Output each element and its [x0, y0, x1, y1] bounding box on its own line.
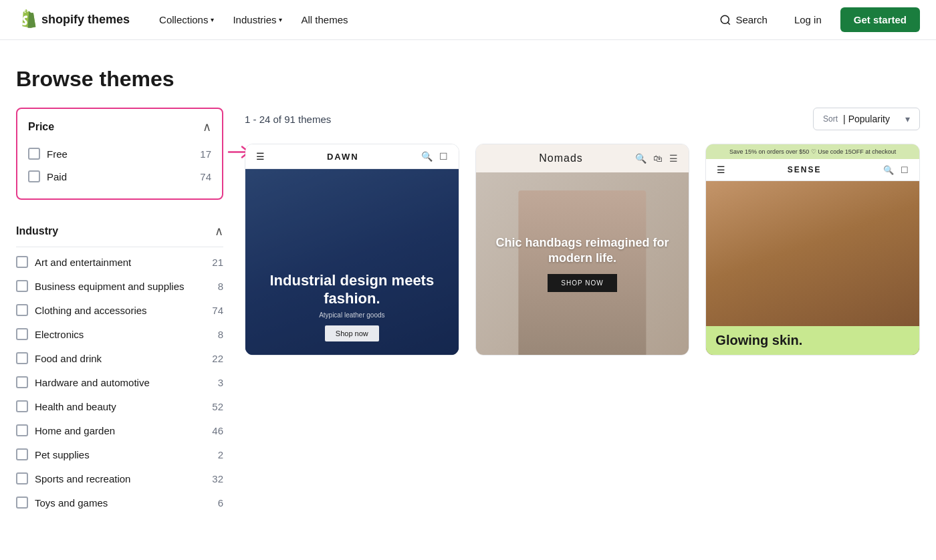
price-paid-label: Paid	[47, 171, 67, 182]
industry-checkbox[interactable]	[16, 424, 28, 436]
industry-label: Toys and games	[35, 497, 108, 509]
industries-nav-item[interactable]: Industries ▾	[225, 9, 290, 31]
price-filter-options: Free 17 Paid 74	[28, 142, 211, 188]
industry-checkbox[interactable]	[16, 328, 28, 340]
industry-filter-header: Industry ∧	[16, 216, 223, 247]
dawn-hero-cta[interactable]: Shop now	[325, 325, 379, 341]
sense-hero: Glowing skin.	[706, 181, 919, 355]
industry-count: 32	[212, 473, 223, 484]
industry-count: 2	[218, 449, 223, 460]
industry-checkbox[interactable]	[16, 256, 28, 268]
industry-checkbox[interactable]	[16, 304, 28, 316]
svg-point-0	[721, 15, 729, 23]
price-free-count: 17	[200, 148, 211, 160]
sort-value: Popularity	[848, 114, 903, 124]
sense-preview: Save 15% on orders over $50 ♡ Use code 1…	[706, 144, 919, 355]
sense-cart-icon: ☐	[901, 165, 909, 175]
industry-option-hardware-and-automotive[interactable]: Hardware and automotive 3	[16, 370, 223, 394]
industry-checkbox[interactable]	[16, 472, 28, 484]
price-filter-toggle[interactable]: ∧	[203, 120, 211, 134]
industry-option-sports-and-recreation[interactable]: Sports and recreation 32	[16, 466, 223, 491]
industry-filter-toggle[interactable]: ∧	[215, 224, 223, 239]
industry-option-art-and-entertainment[interactable]: Art and entertainment 21	[16, 250, 223, 274]
industry-label: Sports and recreation	[35, 473, 130, 484]
dawn-nav-menu-icon: ☰	[256, 151, 265, 162]
main-layout: Price ∧ Free 17 Paid 74	[0, 108, 936, 515]
industry-option-home-and-garden[interactable]: Home and garden 46	[16, 418, 223, 442]
industry-checkbox[interactable]	[16, 448, 28, 460]
industry-count: 74	[212, 305, 223, 316]
industry-option-clothing-and-accessories[interactable]: Clothing and accessories 74	[16, 298, 223, 322]
sort-divider: |	[843, 114, 846, 124]
price-free-label: Free	[47, 148, 68, 160]
debut-hero: Chic handbags reimagined for modern life…	[476, 172, 689, 355]
price-filter-section: Price ∧ Free 17 Paid 74	[16, 108, 223, 200]
search-button[interactable]: Search	[711, 9, 776, 31]
dawn-hero: Industrial design meets fashion. Atypica…	[245, 169, 459, 355]
industry-checkbox[interactable]	[16, 376, 28, 388]
theme-grid: ☰ DAWN 🔍 ☐ Industrial design meets fashi…	[245, 144, 920, 356]
industry-label: Food and drink	[35, 353, 102, 364]
sense-hero-overlay: Glowing skin.	[706, 326, 919, 355]
sense-theme-info: Sense Free Made for quick setup, visual …	[706, 355, 919, 356]
debut-preview: Nomads 🔍 🛍 ☰ Chic handbags reimagined fo…	[476, 144, 689, 355]
dawn-hero-content: Industrial design meets fashion. Atypica…	[245, 272, 459, 341]
sense-search-icon: 🔍	[883, 165, 894, 175]
sense-nav-logo: SENSE	[788, 165, 822, 174]
industry-label: Electronics	[35, 329, 84, 340]
industry-option-pet-supplies[interactable]: Pet supplies 2	[16, 442, 223, 466]
price-filter-free[interactable]: Free 17	[28, 142, 211, 165]
debut-hero-cta[interactable]: SHOP NOW	[548, 274, 616, 292]
dawn-theme-info: Dawn Free Made for quick setup, visual s…	[245, 355, 459, 356]
all-themes-nav-item[interactable]: All themes	[293, 9, 356, 31]
industry-filter-title: Industry	[16, 225, 58, 237]
price-paid-checkbox[interactable]	[28, 170, 40, 182]
dawn-hero-subtitle: Atypical leather goods	[245, 311, 459, 319]
sense-nav-menu-icon: ☰	[717, 164, 725, 175]
theme-card-dawn: ☰ DAWN 🔍 ☐ Industrial design meets fashi…	[245, 144, 459, 356]
price-filter-paid[interactable]: Paid 74	[28, 165, 211, 188]
sense-topbar: Save 15% on orders over $50 ♡ Use code 1…	[706, 144, 919, 159]
industry-option-food-and-drink[interactable]: Food and drink 22	[16, 346, 223, 370]
sense-glowing-text: Glowing skin.	[715, 333, 802, 347]
industry-count: 3	[218, 377, 223, 388]
industry-checkbox[interactable]	[16, 497, 28, 509]
industry-options-list: Art and entertainment 21 Business equipm…	[16, 250, 223, 515]
industry-checkbox[interactable]	[16, 352, 28, 364]
sort-chevron-icon: ▾	[905, 114, 910, 124]
logo-text: shopify themes	[41, 13, 130, 27]
industry-checkbox[interactable]	[16, 400, 28, 412]
price-free-checkbox[interactable]	[28, 148, 40, 160]
price-filter-header: Price ∧	[28, 120, 211, 134]
get-started-button[interactable]: Get started	[840, 7, 920, 32]
debut-search-icon: 🔍	[635, 153, 647, 164]
page-header: Browse themes	[0, 40, 936, 108]
industry-option-health-and-beauty[interactable]: Health and beauty 52	[16, 394, 223, 418]
industry-count: 21	[212, 257, 223, 268]
content-header: 1 - 24 of 91 themes Sort | Popularity ▾	[245, 108, 920, 130]
industries-chevron-icon: ▾	[279, 16, 282, 23]
industry-count: 46	[212, 425, 223, 436]
industry-label: Clothing and accessories	[35, 305, 147, 316]
industry-option-toys-and-games[interactable]: Toys and games 6	[16, 491, 223, 515]
industry-count: 22	[212, 353, 223, 364]
results-count: 1 - 24 of 91 themes	[245, 114, 331, 125]
dawn-search-icon: 🔍	[421, 151, 433, 162]
theme-card-debut: Nomads 🔍 🛍 ☰ Chic handbags reimagined fo…	[475, 144, 690, 356]
login-button[interactable]: Log in	[784, 9, 832, 31]
collections-nav-item[interactable]: Collections ▾	[151, 9, 222, 31]
sort-dropdown[interactable]: Sort | Popularity ▾	[813, 108, 920, 130]
logo-link[interactable]: shopify themes	[16, 9, 130, 31]
navbar: shopify themes Collections ▾ Industries …	[0, 0, 936, 40]
industry-option-electronics[interactable]: Electronics 8	[16, 322, 223, 346]
dawn-nav-logo: DAWN	[327, 152, 359, 162]
dawn-preview: ☰ DAWN 🔍 ☐ Industrial design meets fashi…	[245, 144, 459, 355]
debut-hero-content: Chic handbags reimagined for modern life…	[476, 235, 689, 293]
dawn-cart-icon: ☐	[439, 151, 448, 162]
search-icon	[719, 14, 731, 26]
industry-count: 6	[218, 497, 223, 509]
industry-checkbox[interactable]	[16, 280, 28, 292]
industry-label: Business equipment and supplies	[35, 281, 184, 292]
industry-option-business-equipment-and-supplies[interactable]: Business equipment and supplies 8	[16, 274, 223, 298]
sort-label: Sort	[823, 114, 838, 124]
